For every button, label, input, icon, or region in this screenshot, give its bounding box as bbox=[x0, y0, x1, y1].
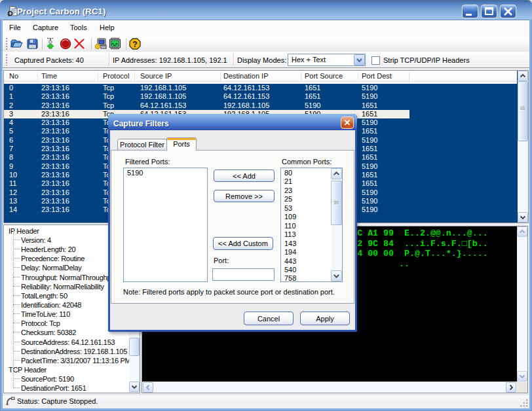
svg-text:?: ? bbox=[132, 40, 137, 49]
